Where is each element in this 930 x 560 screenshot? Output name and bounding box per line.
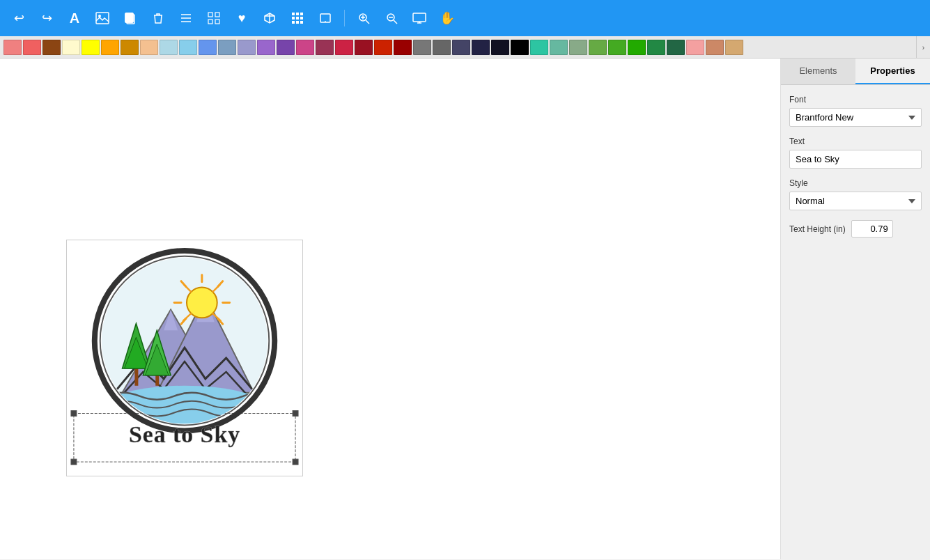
color-swatch[interactable] bbox=[42, 40, 61, 55]
font-label: Font bbox=[789, 95, 922, 104]
svg-rect-19 bbox=[296, 17, 299, 20]
color-swatch[interactable] bbox=[62, 40, 80, 55]
delete-button[interactable] bbox=[148, 8, 169, 29]
text-height-label: Text Height (in) bbox=[789, 224, 846, 234]
color-swatch[interactable] bbox=[452, 40, 470, 55]
apps-button[interactable] bbox=[287, 8, 308, 29]
color-swatch[interactable] bbox=[647, 40, 665, 55]
color-swatch[interactable] bbox=[569, 40, 587, 55]
svg-rect-11 bbox=[215, 20, 219, 24]
palette-scroll-right[interactable]: › bbox=[916, 36, 930, 59]
svg-rect-23 bbox=[300, 21, 303, 24]
color-swatch[interactable] bbox=[472, 40, 490, 55]
color-palette: › bbox=[0, 36, 930, 59]
color-swatch[interactable] bbox=[511, 40, 529, 55]
tab-properties[interactable]: Properties bbox=[855, 59, 930, 84]
list-button[interactable] bbox=[176, 8, 196, 29]
svg-rect-38 bbox=[71, 411, 77, 417]
text-height-group: Text Height (in) bbox=[789, 220, 922, 238]
color-swatch[interactable] bbox=[706, 40, 724, 55]
cube-button[interactable] bbox=[259, 8, 280, 29]
color-swatch[interactable] bbox=[491, 40, 509, 55]
color-swatch[interactable] bbox=[725, 40, 743, 55]
text-group: Text bbox=[789, 137, 922, 169]
svg-rect-41 bbox=[293, 459, 298, 465]
display-button[interactable] bbox=[409, 8, 430, 29]
color-swatch[interactable] bbox=[608, 40, 626, 55]
color-swatch[interactable] bbox=[101, 40, 119, 55]
font-group: Font Brantford New Arial Times New Roman bbox=[789, 95, 922, 127]
color-swatch[interactable] bbox=[238, 40, 256, 55]
zoom-out-button[interactable] bbox=[381, 8, 402, 29]
color-swatch[interactable] bbox=[413, 40, 431, 55]
main-toolbar: ↩ ↪ A ♥ ✋ bbox=[0, 0, 930, 36]
canvas-area[interactable]: Sea to Sky bbox=[0, 59, 780, 559]
panel-tabs: Elements Properties bbox=[781, 59, 930, 85]
color-swatch[interactable] bbox=[550, 40, 568, 55]
zoom-in-button[interactable] bbox=[353, 8, 374, 29]
color-swatch[interactable] bbox=[335, 40, 353, 55]
color-swatch[interactable] bbox=[23, 40, 41, 55]
color-swatch[interactable] bbox=[218, 40, 236, 55]
tab-elements[interactable]: Elements bbox=[781, 59, 855, 84]
svg-rect-21 bbox=[292, 21, 295, 24]
svg-rect-33 bbox=[413, 13, 426, 22]
panel-content: Font Brantford New Arial Times New Roman… bbox=[781, 85, 930, 247]
main-area: Sea to Sky Elements Properties Font Bran… bbox=[0, 59, 930, 559]
redo-button[interactable]: ↪ bbox=[36, 8, 57, 29]
color-swatch[interactable] bbox=[296, 40, 314, 55]
style-select[interactable]: Normal Bold Italic Bold Italic bbox=[789, 192, 922, 210]
color-swatch[interactable] bbox=[589, 40, 607, 55]
svg-rect-17 bbox=[300, 13, 303, 15]
undo-button[interactable]: ↩ bbox=[8, 8, 29, 29]
color-swatch[interactable] bbox=[355, 40, 373, 55]
style-group: Style Normal Bold Italic Bold Italic bbox=[789, 178, 922, 210]
text-input[interactable] bbox=[789, 150, 922, 169]
color-swatch[interactable] bbox=[433, 40, 451, 55]
svg-line-31 bbox=[394, 20, 397, 24]
grid-button[interactable] bbox=[203, 8, 224, 29]
text-height-input[interactable] bbox=[851, 220, 893, 238]
tablet-button[interactable] bbox=[315, 8, 336, 29]
style-label: Style bbox=[789, 178, 922, 188]
svg-rect-22 bbox=[296, 21, 299, 24]
svg-rect-40 bbox=[71, 459, 77, 465]
design-canvas[interactable]: Sea to Sky bbox=[66, 240, 303, 476]
color-swatch[interactable] bbox=[82, 40, 100, 55]
color-swatch[interactable] bbox=[121, 40, 139, 55]
color-swatch[interactable] bbox=[3, 40, 22, 55]
color-swatch[interactable] bbox=[374, 40, 392, 55]
color-swatch[interactable] bbox=[686, 40, 704, 55]
color-swatch[interactable] bbox=[394, 40, 412, 55]
color-swatch[interactable] bbox=[160, 40, 178, 55]
pan-button[interactable]: ✋ bbox=[437, 8, 458, 29]
text-tool-button[interactable]: A bbox=[64, 8, 85, 29]
color-swatch[interactable] bbox=[140, 40, 158, 55]
color-swatch[interactable] bbox=[179, 40, 197, 55]
svg-rect-8 bbox=[208, 13, 212, 17]
color-swatch[interactable] bbox=[199, 40, 217, 55]
svg-rect-10 bbox=[208, 20, 212, 24]
svg-rect-63 bbox=[134, 368, 138, 386]
svg-rect-0 bbox=[96, 13, 109, 24]
svg-rect-20 bbox=[300, 17, 303, 20]
heart-button[interactable]: ♥ bbox=[231, 8, 252, 29]
svg-rect-9 bbox=[215, 13, 219, 17]
color-swatch[interactable] bbox=[628, 40, 646, 55]
image-tool-button[interactable] bbox=[92, 8, 113, 29]
svg-rect-16 bbox=[296, 13, 299, 15]
right-panel: Elements Properties Font Brantford New A… bbox=[780, 59, 930, 559]
color-swatch[interactable] bbox=[257, 40, 275, 55]
color-swatch[interactable] bbox=[530, 40, 548, 55]
color-swatch[interactable] bbox=[277, 40, 295, 55]
text-label: Text bbox=[789, 137, 922, 146]
copy-button[interactable] bbox=[120, 8, 141, 29]
svg-rect-39 bbox=[293, 411, 298, 417]
svg-line-27 bbox=[366, 20, 369, 24]
font-select[interactable]: Brantford New Arial Times New Roman bbox=[789, 108, 922, 127]
svg-text:Sea to Sky: Sea to Sky bbox=[129, 421, 240, 447]
color-swatch[interactable] bbox=[316, 40, 334, 55]
svg-rect-18 bbox=[292, 17, 295, 20]
color-swatch[interactable] bbox=[667, 40, 685, 55]
svg-rect-15 bbox=[292, 13, 295, 15]
